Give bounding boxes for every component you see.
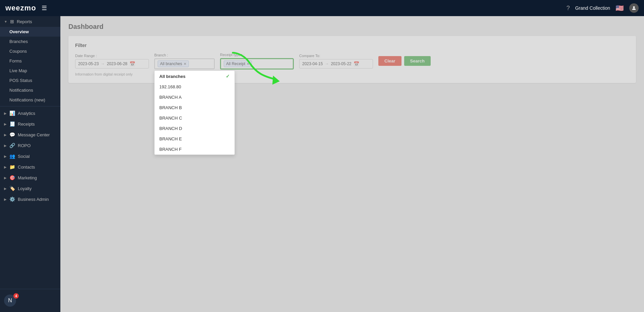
notification-badge[interactable]: N 4 <box>4 293 19 308</box>
sidebar-item-notifications[interactable]: Notifications <box>0 85 60 95</box>
branch-option-7[interactable]: BRANCH F <box>155 144 234 154</box>
branch-option-label: BRANCH A <box>159 95 181 100</box>
branch-option-4[interactable]: BRANCH C <box>155 113 234 123</box>
help-icon[interactable]: ? <box>567 5 570 12</box>
sidebar-bottom: N 4 <box>0 289 60 312</box>
reports-arrow-icon: ▼ <box>4 20 7 24</box>
sidebar-group-marketing[interactable]: ▶ 🎯 Marketing <box>0 172 60 183</box>
social-icon: 👥 <box>9 153 15 159</box>
contacts-icon: 📁 <box>9 164 15 170</box>
branch-option-5[interactable]: BRANCH D <box>155 123 234 134</box>
logo: weezmo <box>5 4 36 12</box>
branch-option-label: BRANCH F <box>159 147 181 152</box>
branch-option-label: BRANCH E <box>159 136 182 141</box>
sidebar-item-livemap[interactable]: Live Map <box>0 66 60 76</box>
marketing-icon: 🎯 <box>9 175 15 180</box>
analytics-icon: 📊 <box>9 110 15 116</box>
overlay-dim <box>60 16 644 312</box>
sidebar-messagecenter-label: Message Center <box>18 132 50 137</box>
sidebar-group-messagecenter[interactable]: ▶ 💬 Message Center <box>0 129 60 140</box>
sidebar-reports-label: Reports <box>17 19 32 24</box>
businessadmin-icon: ⚙️ <box>9 196 15 202</box>
analytics-arrow-icon: ▶ <box>4 112 7 115</box>
sidebar-loyalty-label: Loyalty <box>18 186 32 191</box>
sidebar-item-overview[interactable]: Overview <box>0 27 60 37</box>
receipts-arrow-icon: ▶ <box>4 122 7 126</box>
ropo-arrow-icon: ▶ <box>4 144 7 147</box>
sidebar-group-contacts[interactable]: ▶ 📁 Contacts <box>0 162 60 172</box>
contacts-arrow-icon: ▶ <box>4 165 7 169</box>
loyalty-arrow-icon: ▶ <box>4 187 7 190</box>
sidebar-marketing-label: Marketing <box>18 175 37 180</box>
businessadmin-arrow-icon: ▶ <box>4 197 7 201</box>
reports-grid-icon: ⊞ <box>10 19 14 24</box>
check-icon: ✓ <box>226 74 230 79</box>
sidebar-group-ropo[interactable]: ▶ 🔗 ROPO <box>0 140 60 151</box>
sidebar-group-receipts[interactable]: ▶ 🧾 Receipts <box>0 119 60 129</box>
flag-icon[interactable]: 🇺🇸 <box>615 4 624 12</box>
nav-left: weezmo ☰ <box>5 4 47 12</box>
sidebar-item-notifications-new[interactable]: Notifications (new) <box>0 95 60 105</box>
notif-count: 4 <box>13 293 19 299</box>
sidebar-contacts-label: Contacts <box>18 165 35 170</box>
user-avatar[interactable] <box>629 3 639 13</box>
sidebar-item-forms[interactable]: Forms <box>0 56 60 66</box>
sidebar-ropo-label: ROPO <box>18 143 31 148</box>
sidebar-group-analytics[interactable]: ▶ 📊 Analytics <box>0 108 60 119</box>
ropo-icon: 🔗 <box>9 143 15 148</box>
sidebar-businessadmin-label: Business Admin <box>18 197 49 202</box>
branch-option-label: BRANCH B <box>159 105 182 110</box>
branch-option-label: BRANCH C <box>159 116 182 121</box>
receipts-icon: 🧾 <box>9 121 15 127</box>
sidebar-item-coupons[interactable]: Coupons <box>0 46 60 56</box>
sidebar-social-label: Social <box>18 154 30 159</box>
branch-option-label: BRANCH D <box>159 126 182 131</box>
branch-option-2[interactable]: BRANCH A <box>155 92 234 102</box>
sidebar-item-branches[interactable]: Branches <box>0 37 60 46</box>
marketing-arrow-icon: ▶ <box>4 176 7 180</box>
sidebar-item-posstatus[interactable]: POS Status <box>0 76 60 85</box>
company-name: Grand Collection <box>575 5 610 11</box>
top-navigation: weezmo ☰ ? Grand Collection 🇺🇸 <box>0 0 644 16</box>
sidebar-analytics-label: Analytics <box>18 111 35 116</box>
branch-dropdown: All branches ✓ 192.168.80 BRANCH A BRANC… <box>154 71 235 155</box>
messagecenter-arrow-icon: ▶ <box>4 133 7 137</box>
branch-option-1[interactable]: 192.168.80 <box>155 82 234 92</box>
branch-option-3[interactable]: BRANCH B <box>155 102 234 113</box>
sidebar: ▼ ⊞ Reports Overview Branches Coupons Fo… <box>0 16 60 312</box>
messagecenter-icon: 💬 <box>9 132 15 137</box>
loyalty-icon: 🏷️ <box>9 186 15 191</box>
branch-option-label: 192.168.80 <box>159 84 181 89</box>
sidebar-group-social[interactable]: ▶ 👥 Social <box>0 151 60 162</box>
sidebar-group-loyalty[interactable]: ▶ 🏷️ Loyalty <box>0 183 60 194</box>
branch-option-6[interactable]: BRANCH E <box>155 134 234 144</box>
social-arrow-icon: ▶ <box>4 154 7 158</box>
sidebar-group-reports[interactable]: ▼ ⊞ Reports <box>0 16 60 27</box>
hamburger-icon[interactable]: ☰ <box>42 4 47 12</box>
sidebar-receipts-label: Receipts <box>18 122 35 127</box>
branch-option-all[interactable]: All branches ✓ <box>155 71 234 82</box>
svg-point-0 <box>633 6 635 8</box>
branch-option-label: All branches <box>159 74 185 79</box>
sidebar-group-businessadmin[interactable]: ▶ ⚙️ Business Admin <box>0 194 60 205</box>
nav-right: ? Grand Collection 🇺🇸 <box>567 3 639 13</box>
